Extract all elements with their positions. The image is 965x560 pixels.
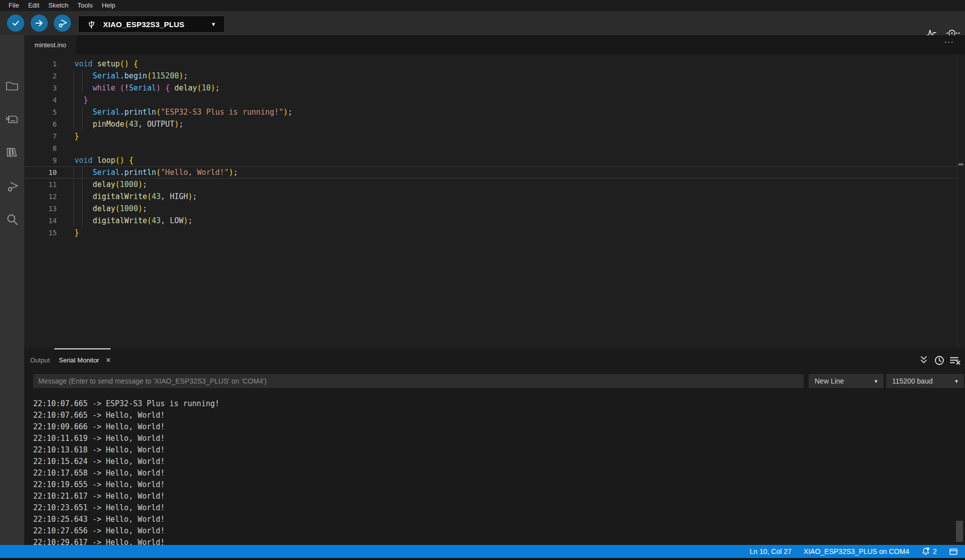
menu-file[interactable]: File bbox=[4, 0, 24, 11]
cursor-position[interactable]: Ln 10, Col 27 bbox=[750, 547, 792, 555]
code-text: digitalWrite(43, HIGH); bbox=[74, 191, 197, 203]
close-icon[interactable]: ✕ bbox=[104, 348, 113, 371]
usb-icon bbox=[86, 18, 97, 30]
editor-tab-bar: mintest.ino ··· bbox=[24, 35, 965, 54]
code-text: } bbox=[74, 94, 88, 106]
code-line[interactable]: 8 bbox=[24, 142, 957, 154]
arrow-right-icon bbox=[34, 18, 45, 29]
serial-message-input[interactable] bbox=[33, 374, 804, 388]
chevron-down-icon: ▼ bbox=[873, 379, 879, 384]
collapse-panel-icon[interactable] bbox=[919, 355, 929, 365]
code-text: delay(1000); bbox=[74, 178, 147, 191]
serial-output-line: 22:10:27.656 -> Hello, World! bbox=[33, 525, 957, 537]
clear-output-icon[interactable] bbox=[949, 355, 961, 366]
code-text: Serial.println("Hello, World!"); bbox=[74, 167, 238, 178]
code-line[interactable]: 14 digitalWrite(43, LOW); bbox=[24, 215, 957, 227]
chevron-down-icon: ▼ bbox=[954, 379, 959, 384]
board-selector[interactable]: XIAO_ESP32S3_PLUS ▼ bbox=[78, 16, 225, 33]
library-manager-icon[interactable] bbox=[5, 145, 20, 160]
code-line[interactable]: 6 pinMode(43, OUTPUT); bbox=[24, 118, 957, 130]
sketchbook-folder-icon[interactable] bbox=[5, 78, 20, 94]
indent-guide bbox=[73, 94, 74, 106]
code-editor[interactable]: 1void setup() {2 Serial.begin(115200);3 … bbox=[24, 54, 965, 348]
code-text: void loop() { bbox=[74, 154, 133, 166]
code-line[interactable]: 7} bbox=[24, 130, 957, 142]
code-text: } bbox=[74, 130, 79, 142]
activity-bar bbox=[0, 35, 24, 545]
panel-tab-bar: Output Serial Monitor ✕ bbox=[24, 348, 965, 371]
line-number: 4 bbox=[24, 94, 57, 106]
code-line[interactable]: 9void loop() { bbox=[24, 154, 957, 166]
menu-tools[interactable]: Tools bbox=[73, 0, 97, 11]
code-text: while (!Serial) { delay(10); bbox=[74, 82, 220, 94]
baud-rate-dropdown[interactable]: 115200 baud ▼ bbox=[886, 374, 964, 388]
code-line[interactable]: 3 while (!Serial) { delay(10); bbox=[24, 82, 957, 94]
arduino-ide-window: File Edit Sketch Tools Help bbox=[0, 0, 965, 560]
code-line[interactable]: 15} bbox=[24, 227, 957, 239]
toolbar: XIAO_ESP32S3_PLUS ▼ bbox=[0, 11, 965, 35]
notification-count: 2 bbox=[933, 547, 937, 555]
code-line[interactable]: 2 Serial.begin(115200); bbox=[24, 70, 957, 82]
serial-output-line: 22:10:29.617 -> Hello, World! bbox=[33, 537, 957, 545]
line-number: 1 bbox=[24, 58, 57, 70]
code-line[interactable]: 12 digitalWrite(43, HIGH); bbox=[24, 191, 957, 203]
code-text: digitalWrite(43, LOW); bbox=[74, 215, 193, 227]
menu-edit[interactable]: Edit bbox=[24, 0, 44, 11]
code-line[interactable]: 10 Serial.println("Hello, World!"); bbox=[24, 166, 957, 178]
line-number: 5 bbox=[24, 106, 57, 118]
indent-guide bbox=[73, 178, 74, 191]
timestamp-clock-icon[interactable] bbox=[934, 355, 945, 366]
code-text: pinMode(43, OUTPUT); bbox=[74, 118, 184, 130]
code-line[interactable]: 1void setup() { bbox=[24, 58, 957, 70]
overview-ruler-marker bbox=[958, 163, 963, 165]
baud-rate-value: 115200 baud bbox=[892, 377, 933, 385]
indent-guide bbox=[73, 106, 74, 118]
panel-scrollbar[interactable] bbox=[956, 521, 963, 542]
tab-serial-monitor[interactable]: Serial Monitor bbox=[59, 348, 99, 371]
serial-output[interactable]: 22:10:07.665 -> ESP32-S3 Plus is running… bbox=[24, 391, 957, 545]
chevron-down-icon: ▼ bbox=[211, 21, 216, 27]
serial-output-line: 22:10:25.643 -> Hello, World! bbox=[33, 514, 957, 525]
debug-button[interactable] bbox=[54, 15, 71, 32]
boards-manager-icon[interactable] bbox=[5, 112, 20, 127]
tab-mintest-ino[interactable]: mintest.ino bbox=[24, 35, 76, 54]
tab-output[interactable]: Output bbox=[30, 348, 50, 371]
code-line[interactable]: 5 Serial.println("ESP32-S3 Plus is runni… bbox=[24, 106, 957, 118]
line-number: 12 bbox=[24, 191, 57, 203]
line-number: 13 bbox=[24, 203, 57, 215]
editor-scrollbar[interactable] bbox=[957, 54, 957, 348]
bottom-panel: Output Serial Monitor ✕ New Line ▼ 11520… bbox=[24, 348, 965, 545]
code-line[interactable]: 13 delay(1000); bbox=[24, 203, 957, 215]
search-icon[interactable] bbox=[5, 212, 20, 227]
line-number: 15 bbox=[24, 227, 57, 239]
code-line[interactable]: 11 delay(1000); bbox=[24, 178, 957, 191]
debugger-icon[interactable] bbox=[5, 179, 20, 194]
line-ending-dropdown[interactable]: New Line ▼ bbox=[809, 374, 884, 388]
indent-guide bbox=[73, 118, 74, 130]
indent-guide bbox=[73, 215, 74, 227]
serial-output-line: 22:10:21.617 -> Hello, World! bbox=[33, 491, 957, 502]
menu-sketch[interactable]: Sketch bbox=[44, 0, 73, 11]
menu-bar: File Edit Sketch Tools Help bbox=[0, 0, 965, 11]
panel-toggle-button[interactable] bbox=[949, 547, 958, 556]
code-line[interactable]: 4 } bbox=[24, 94, 957, 106]
code-text: Serial.begin(115200); bbox=[74, 70, 188, 82]
indent-guide bbox=[73, 203, 74, 215]
verify-button[interactable] bbox=[7, 15, 24, 32]
serial-output-line: 22:10:15.624 -> Hello, World! bbox=[33, 456, 957, 468]
upload-button[interactable] bbox=[31, 15, 48, 32]
serial-output-line: 22:10:19.655 -> Hello, World! bbox=[33, 479, 957, 491]
menu-help[interactable]: Help bbox=[97, 0, 120, 11]
line-number: 3 bbox=[24, 82, 57, 94]
board-port-status[interactable]: XIAO_ESP32S3_PLUS on COM4 bbox=[804, 547, 909, 555]
line-number: 10 bbox=[24, 167, 57, 178]
tab-label: mintest.ino bbox=[35, 41, 66, 49]
line-number: 8 bbox=[24, 142, 57, 154]
serial-message-row: New Line ▼ 115200 baud ▼ bbox=[24, 371, 965, 391]
indent-guide bbox=[73, 82, 74, 94]
status-bar: Ln 10, Col 27 XIAO_ESP32S3_PLUS on COM4 … bbox=[0, 545, 965, 558]
more-actions-icon[interactable]: ··· bbox=[944, 37, 954, 47]
code-text: delay(1000); bbox=[74, 203, 147, 215]
notifications-button[interactable]: 2 bbox=[921, 547, 937, 556]
indent-guide bbox=[73, 167, 74, 178]
